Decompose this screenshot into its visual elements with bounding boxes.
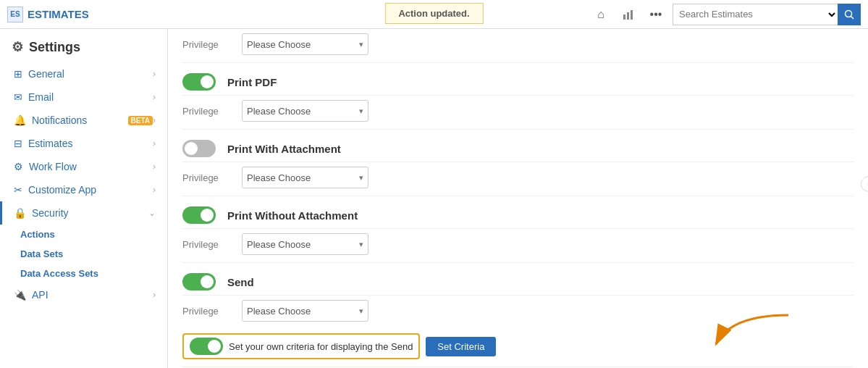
sidebar-label-workflow: Work Flow <box>29 161 153 172</box>
header: ES ESTIMATES Action updated. ⌂ ••• <box>0 0 868 29</box>
print-with-attachment-toggle[interactable] <box>182 140 216 157</box>
sidebar-item-customize[interactable]: ✂ Customize App › <box>0 178 167 201</box>
sidebar: ⚙ Settings ⊞ General › ✉ Email › 🔔 Notif… <box>0 29 168 368</box>
top-privilege-row: Privilege Please Choose ▾ <box>182 33 854 55</box>
main-layout: ⚙ Settings ⊞ General › ✉ Email › 🔔 Notif… <box>0 29 868 368</box>
more-button[interactable]: ••• <box>645 4 667 25</box>
criteria-toggle[interactable] <box>190 338 223 355</box>
sidebar-label-security: Security <box>32 207 148 219</box>
sidebar-label-general: General <box>28 68 153 80</box>
print-pdf-privilege-select[interactable]: Please Choose ▾ <box>242 100 368 122</box>
chevron-customize: › <box>153 185 156 195</box>
print-with-attachment-privilege-select[interactable]: Please Choose ▾ <box>242 167 368 188</box>
chart-button[interactable] <box>618 4 639 25</box>
gear-icon: ⚙ <box>12 39 23 55</box>
print-with-attachment-title: Print With Attachment <box>227 143 341 155</box>
chevron-general: › <box>153 69 156 79</box>
chevron-workflow: › <box>153 162 156 172</box>
print-without-attachment-privilege-select[interactable]: Please Choose ▾ <box>242 233 368 255</box>
print-pdf-privilege-row: Privilege Please Choose ▾ <box>182 96 854 129</box>
workflow-icon: ⚙ <box>14 161 23 172</box>
print-with-attachment-privilege-label: Privilege <box>182 172 233 183</box>
print-with-attachment-privilege-row: Privilege Please Choose ▾ <box>182 162 854 196</box>
chevron-notifications: › <box>153 115 156 125</box>
estimates-icon: ⊟ <box>14 138 22 149</box>
sidebar-item-workflow[interactable]: ⚙ Work Flow › <box>0 155 167 178</box>
toast-notification: Action updated. <box>384 3 483 24</box>
sidebar-label-notifications: Notifications <box>32 114 125 126</box>
toast-text: Action updated. <box>398 8 469 19</box>
top-privilege-label: Privilege <box>182 39 233 50</box>
sidebar-item-email[interactable]: ✉ Email › <box>0 85 167 109</box>
home-button[interactable]: ⌂ <box>590 4 612 25</box>
print-pdf-row: Print PDF <box>182 63 854 96</box>
print-with-attachment-privilege-value: Please Choose <box>247 172 359 183</box>
top-privilege-arrow: ▾ <box>359 40 363 49</box>
app-title: ESTIMATES <box>28 8 89 20</box>
email-icon: ✉ <box>14 91 22 103</box>
print-pdf-section: Print PDF Privilege Please Choose ▾ <box>182 63 854 129</box>
sidebar-label-estimates: Estimates <box>28 138 153 149</box>
sidebar-label-api: API <box>32 289 153 301</box>
sidebar-subitem-actions[interactable]: Actions <box>0 225 167 244</box>
send-title: Send <box>227 276 254 288</box>
send-toggle[interactable] <box>182 273 216 290</box>
svg-point-3 <box>846 10 852 17</box>
search-button[interactable] <box>838 4 861 25</box>
sidebar-item-general[interactable]: ⊞ General › <box>0 62 167 85</box>
top-section: Privilege Please Choose ▾ <box>182 29 854 63</box>
send-row: Send <box>182 263 854 296</box>
svg-rect-2 <box>631 10 633 20</box>
send-privilege-value: Please Choose <box>247 306 359 317</box>
print-without-attachment-privilege-label: Privilege <box>182 239 233 250</box>
chevron-security: ⌄ <box>148 208 156 218</box>
print-pdf-privilege-label: Privilege <box>182 106 233 117</box>
sidebar-item-api[interactable]: 🔌 API › <box>0 283 167 306</box>
criteria-toggle-wrap: Set your own criteria for displaying the… <box>182 333 420 359</box>
sidebar-label-email: Email <box>28 91 153 103</box>
set-criteria-button[interactable]: Set Criteria <box>426 337 496 356</box>
top-privilege-value: Please Choose <box>247 39 359 50</box>
orange-arrow-icon <box>709 311 796 355</box>
print-without-attachment-privilege-row: Privilege Please Choose ▾ <box>182 229 854 262</box>
print-without-attachment-row: Print Without Attachment <box>182 196 854 229</box>
customize-icon: ✂ <box>14 184 22 196</box>
print-pdf-privilege-value: Please Choose <box>247 106 359 117</box>
api-icon: 🔌 <box>14 289 26 301</box>
sidebar-item-security[interactable]: 🔒 Security ⌄ <box>0 201 167 225</box>
sidebar-sub-label-actions: Actions <box>20 229 55 240</box>
criteria-label: Set your own criteria for displaying the… <box>229 341 413 352</box>
print-without-attachment-toggle[interactable] <box>182 206 216 224</box>
search-dropdown[interactable] <box>817 4 838 25</box>
search-input[interactable] <box>673 4 817 25</box>
logo-icon: ES <box>7 7 23 22</box>
main-content: Privilege Please Choose ▾ Print PDF Priv… <box>168 29 868 368</box>
sidebar-item-estimates[interactable]: ⊟ Estimates › <box>0 132 167 155</box>
sidebar-item-notifications[interactable]: 🔔 Notifications BETA › <box>0 109 167 132</box>
print-without-attachment-title: Print Without Attachment <box>227 209 358 222</box>
notifications-icon: 🔔 <box>14 114 26 126</box>
print-pdf-toggle[interactable] <box>182 73 216 91</box>
sidebar-title: ⚙ Settings <box>0 29 167 62</box>
criteria-arrow-container: Set your own criteria for displaying the… <box>182 333 854 359</box>
sidebar-subitem-datasets[interactable]: Data Sets <box>0 244 167 264</box>
sidebar-label-customize: Customize App <box>28 184 153 196</box>
svg-line-4 <box>851 16 854 19</box>
print-without-attachment-privilege-value: Please Choose <box>247 239 359 250</box>
chevron-estimates: › <box>153 138 156 149</box>
search-wrap <box>673 4 861 25</box>
sidebar-title-text: Settings <box>29 40 80 55</box>
send-section: Send Privilege Please Choose ▾ <box>182 263 854 359</box>
top-privilege-select[interactable]: Please Choose ▾ <box>242 33 368 55</box>
sidebar-subitem-dataaccess[interactable]: Data Access Sets <box>0 264 167 283</box>
print-with-attachment-section: Print With Attachment Privilege Please C… <box>182 130 854 196</box>
beta-badge: BETA <box>128 116 153 125</box>
app-logo: ES ESTIMATES <box>7 7 89 22</box>
print-with-attachment-row: Print With Attachment <box>182 130 854 162</box>
print-pdf-title: Print PDF <box>227 76 277 88</box>
sidebar-sub-label-datasets: Data Sets <box>20 248 63 259</box>
send-privilege-select[interactable]: Please Choose ▾ <box>242 300 368 322</box>
send-privilege-label: Privilege <box>182 306 233 317</box>
svg-rect-0 <box>623 14 625 20</box>
sidebar-sub-label-dataaccess: Data Access Sets <box>20 268 98 279</box>
